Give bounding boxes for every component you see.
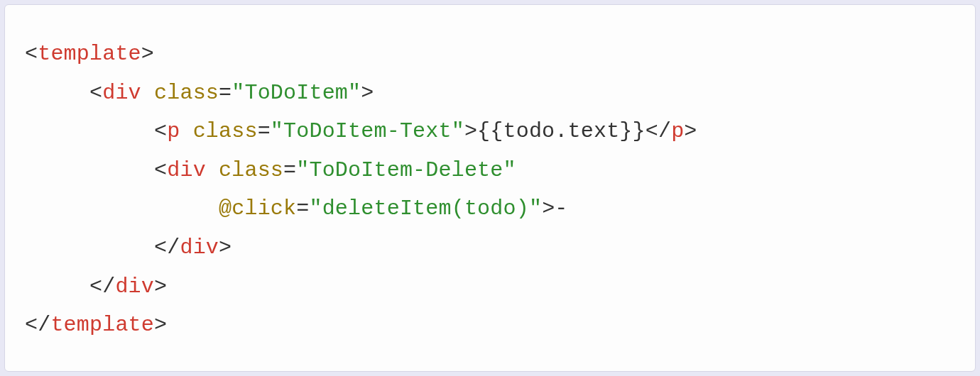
code-line: @click="deleteItem(todo)">-: [25, 197, 568, 221]
code-line: <div class="ToDoItem-Delete": [25, 158, 516, 182]
code-token-punct: >: [219, 236, 232, 260]
code-token-punct: </: [154, 236, 180, 260]
code-line: <template>: [25, 42, 154, 66]
code-line: <div class="ToDoItem">: [25, 81, 374, 105]
code-token-punct: =: [219, 81, 232, 105]
code-token-punct: >: [154, 275, 167, 299]
code-token-punct: >: [684, 119, 697, 143]
code-token-tag: div: [115, 275, 154, 299]
code-token-string: "deleteItem(todo)": [309, 197, 542, 221]
code-token-punct: [206, 158, 219, 182]
code-token-tag: template: [38, 42, 141, 66]
code-token-tag: template: [50, 313, 154, 337]
code-token-punct: >: [361, 81, 374, 105]
code-token-punct: >: [141, 42, 154, 66]
code-token-string: "ToDoItem": [232, 81, 361, 105]
code-token-punct: [180, 119, 192, 143]
code-token-string: "ToDoItem-Text": [271, 119, 464, 143]
code-block-frame: <template> <div class="ToDoItem"> <p cla…: [4, 4, 976, 372]
code-token-punct: <: [154, 158, 167, 182]
code-token-tag: p: [167, 119, 180, 143]
code-token-punct: </: [89, 275, 115, 299]
code-token-punct: <: [25, 42, 38, 66]
code-token-tag: div: [102, 81, 141, 105]
code-token-punct: <: [154, 119, 167, 143]
code-token-attr: class: [193, 119, 258, 143]
code-token-punct: =: [283, 158, 296, 182]
code-token-attr: @click: [219, 197, 296, 221]
code-token-tag: div: [180, 236, 219, 260]
code-block: <template> <div class="ToDoItem"> <p cla…: [25, 35, 955, 345]
code-token-punct: </: [25, 313, 50, 337]
code-token-punct: >: [464, 119, 477, 143]
code-token-punct: </: [646, 119, 671, 143]
code-token-attr: class: [219, 158, 283, 182]
code-token-text: {{todo.text}}: [477, 119, 646, 143]
code-token-text: -: [555, 197, 567, 221]
code-token-punct: >: [154, 313, 167, 337]
code-line: </div>: [25, 275, 167, 299]
code-line: <p class="ToDoItem-Text">{{todo.text}}</…: [25, 119, 697, 143]
code-line: </div>: [25, 236, 232, 260]
code-token-punct: <: [89, 81, 102, 105]
code-token-punct: =: [296, 197, 309, 221]
code-token-punct: >: [542, 197, 555, 221]
code-line: </template>: [25, 313, 167, 337]
code-token-tag: p: [671, 119, 684, 143]
code-token-attr: class: [154, 81, 219, 105]
code-token-punct: =: [258, 119, 271, 143]
code-token-tag: div: [167, 158, 206, 182]
code-token-string: "ToDoItem-Delete": [296, 158, 516, 182]
code-token-punct: [141, 81, 154, 105]
